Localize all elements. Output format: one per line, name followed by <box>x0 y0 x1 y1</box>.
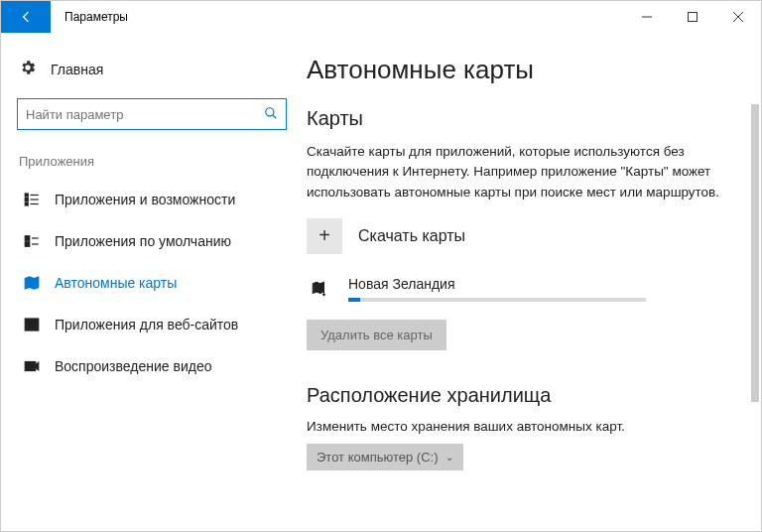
download-progress <box>348 298 646 302</box>
default-apps-icon <box>23 232 41 250</box>
scrollbar[interactable] <box>751 104 759 402</box>
maps-description: Скачайте карты для приложений, которые и… <box>307 142 723 202</box>
home-nav[interactable]: Главная <box>17 51 287 98</box>
svg-line-2 <box>273 114 277 118</box>
download-label: Скачать карты <box>358 227 465 245</box>
svg-rect-3 <box>25 194 28 197</box>
title-bar: Параметры <box>1 1 761 33</box>
apps-websites-icon <box>23 316 41 333</box>
map-download-icon <box>307 276 332 302</box>
delete-all-maps-button[interactable]: Удалить все карты <box>307 320 446 350</box>
storage-select-value: Этот компьютер (C:) <box>317 450 438 465</box>
nav-label: Приложения и возможности <box>55 192 235 207</box>
svg-rect-0 <box>689 13 698 22</box>
window-controls <box>624 1 761 33</box>
back-button[interactable] <box>1 1 51 33</box>
home-label: Главная <box>51 62 103 77</box>
svg-rect-15 <box>25 362 36 371</box>
section-header: Приложения <box>19 154 287 169</box>
nav-default-apps[interactable]: Приложения по умолчанию <box>17 220 287 262</box>
search-input[interactable] <box>26 107 264 122</box>
nav-label: Автономные карты <box>55 275 177 291</box>
video-icon <box>23 357 41 375</box>
svg-rect-9 <box>25 236 30 241</box>
svg-rect-7 <box>25 202 28 205</box>
close-button[interactable] <box>715 1 761 33</box>
storage-description: Изменить место хранения ваших автономных… <box>307 419 731 434</box>
plus-icon: + <box>307 218 342 254</box>
nav-label: Воспроизведение видео <box>55 358 211 374</box>
nav-video-playback[interactable]: Воспроизведение видео <box>17 345 287 387</box>
nav-label: Приложения для веб-сайтов <box>55 317 238 332</box>
offline-maps-icon <box>23 274 41 292</box>
nav-apps-websites[interactable]: Приложения для веб-сайтов <box>17 304 287 345</box>
nav-label: Приложения по умолчанию <box>55 233 231 249</box>
chevron-down-icon: ⌄ <box>445 452 453 463</box>
map-entry[interactable]: Новая Зеландия <box>307 276 731 302</box>
nav-offline-maps[interactable]: Автономные карты <box>17 262 287 304</box>
storage-location-select[interactable]: Этот компьютер (C:) ⌄ <box>307 444 463 470</box>
maps-subheader: Карты <box>307 107 731 130</box>
minimize-button[interactable] <box>624 1 670 33</box>
map-entry-label: Новая Зеландия <box>348 276 646 292</box>
window-title: Параметры <box>51 1 624 33</box>
svg-rect-5 <box>25 199 28 201</box>
gear-icon <box>19 59 37 80</box>
sidebar: Главная Приложения Приложения и возможно… <box>1 33 299 531</box>
maximize-button[interactable] <box>670 1 715 33</box>
svg-rect-11 <box>25 242 30 247</box>
page-title: Автономные карты <box>307 55 731 85</box>
search-box[interactable] <box>17 98 287 130</box>
storage-subheader: Расположение хранилища <box>307 384 731 407</box>
nav-apps-features[interactable]: Приложения и возможности <box>17 179 287 220</box>
download-maps-button[interactable]: + Скачать карты <box>307 218 731 254</box>
search-icon <box>264 106 278 123</box>
svg-point-1 <box>266 107 274 115</box>
main-panel: Автономные карты Карты Скачайте карты дл… <box>299 33 761 531</box>
apps-list-icon <box>23 191 41 208</box>
